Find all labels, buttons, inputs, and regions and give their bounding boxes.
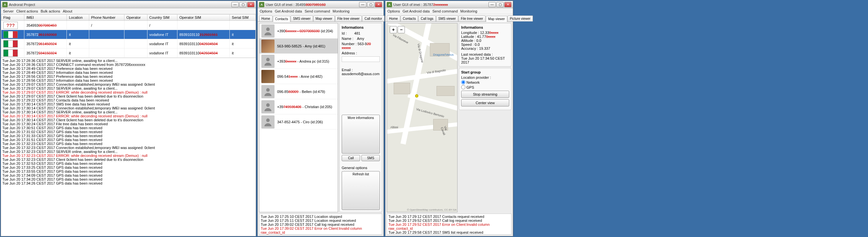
refresh-list-button[interactable]: Refresh list: [342, 171, 380, 210]
column-header[interactable]: Serial SIM: [230, 15, 256, 21]
log-line: Tue Jun 20 17:28:36 CEST 2017 SERVER onl…: [2, 59, 254, 63]
column-header[interactable]: IMEI: [24, 15, 67, 21]
menu-about[interactable]: About: [63, 9, 72, 13]
titlebar[interactable]: A Androrat Project — ▢ ✕: [1, 1, 256, 8]
tab-file-tree-viewer[interactable]: File tree viewer: [335, 16, 362, 21]
contact-label: +3906xxxxx - 0207006030 (id:204): [277, 29, 333, 33]
tab-sms-viewer[interactable]: SMS viewer: [436, 16, 458, 21]
log-line: Tue Jun 20 17:29:07 CEST 2017 Client 0cl…: [2, 94, 254, 98]
stop-streaming-button[interactable]: Stop streaming: [461, 90, 509, 98]
tab-contacts[interactable]: Contacts: [401, 16, 418, 21]
menu-options[interactable]: Options: [388, 9, 400, 13]
tab-home[interactable]: Home: [387, 16, 400, 21]
gps-radio[interactable]: GPS: [461, 85, 509, 89]
maximize-button[interactable]: ▢: [367, 2, 374, 7]
contact-item[interactable]: 096-541xxxx - Anne (id:482): [259, 69, 338, 84]
menu-server[interactable]: Server: [3, 9, 13, 13]
minimize-button[interactable]: —: [489, 2, 496, 7]
log-line: Tue Jun 20 17:30:51 CEST 2017 GPS data h…: [2, 126, 254, 130]
maximize-button[interactable]: ▢: [239, 2, 247, 7]
column-header[interactable]: Operator: [124, 15, 148, 21]
more-info-button[interactable]: More informations: [342, 115, 380, 154]
contact-item[interactable]: +3930xxxxx - Andrea pc (id:315): [259, 54, 338, 69]
table-row[interactable]: 357872061450924itvodafone IT893910311004…: [1, 39, 256, 49]
address-input[interactable]: [342, 56, 380, 62]
tab-row: HomeContactsCall logsSMS viewerFile tree…: [385, 14, 513, 22]
column-header[interactable]: Operator SIM: [178, 15, 230, 21]
tab-call-monitor[interactable]: Call monitor: [362, 16, 384, 21]
log-line: Tue Jun 20 17:32:23 CEST 2017 ERROR: whi…: [2, 154, 254, 158]
log-line: Tue Jun 20 17:34:26 CEST 2017 GPS data h…: [2, 181, 254, 185]
log-line: Tue Jun 20 17:29:58 CEST 2017 SMS list r…: [389, 230, 510, 234]
menu-monitoring[interactable]: Monitoring: [333, 9, 349, 13]
maximize-button[interactable]: ▢: [496, 2, 504, 7]
menu-client-actions[interactable]: Client actions: [16, 9, 38, 13]
zoom-in-button[interactable]: +: [390, 26, 397, 33]
column-header[interactable]: Phone Number: [89, 15, 124, 21]
tab-home[interactable]: Home: [259, 16, 273, 21]
table-row[interactable]: ???354993007080459//: [1, 21, 256, 30]
avatar: [261, 40, 275, 53]
contact-item[interactable]: 096-8560009 - Bellen (id:479): [259, 84, 338, 99]
titlebar[interactable]: A User GUI of imei : 354993007989160 — ▢…: [258, 1, 383, 8]
minimize-button[interactable]: —: [359, 2, 366, 7]
contact-item[interactable]: +39749936406 - Christian (id:205): [259, 99, 338, 114]
menu-options[interactable]: Options: [260, 9, 272, 13]
server-log[interactable]: Tue Jun 20 17:28:36 CEST 2017 SERVER onl…: [1, 58, 256, 236]
contacts-list[interactable]: +3906xxxxx - 0207006030 (id:204)563-980-…: [259, 23, 338, 212]
log-line: Tue Jun 20 17:32:53 CEST 2017 GPS data h…: [2, 161, 254, 165]
column-header[interactable]: Location: [67, 15, 89, 21]
svg-point-3: [266, 103, 270, 107]
tab-picture-viewer[interactable]: Picture viewer: [507, 16, 533, 21]
tab-call-logs[interactable]: Call logs: [418, 16, 435, 21]
titlebar[interactable]: A User GUI of imei : 357872xxxxxxx — ▢ ✕: [385, 1, 513, 8]
flag-icon: [3, 31, 18, 38]
log-line: Tue Jun 20 17:29:07 CEST 2017 Connection…: [2, 82, 254, 86]
tab-map-viewer[interactable]: Map viewer: [486, 16, 507, 22]
network-radio[interactable]: Network: [461, 80, 509, 84]
menu-get-android-data[interactable]: Get Android data: [275, 9, 302, 13]
flag-icon: [3, 49, 18, 57]
close-button[interactable]: ✕: [247, 2, 254, 7]
call-button[interactable]: Call: [342, 155, 360, 161]
log-line: Tue Jun 20 17:30:14 CEST 2017 ERROR: whi…: [2, 114, 254, 118]
log-line: Tue Jun 20 17:39:02 CEST 2017 Call log r…: [261, 222, 380, 227]
tab-sms-viewer[interactable]: SMS viewer: [291, 16, 313, 21]
avatar: [261, 100, 275, 113]
tab-contacts[interactable]: Contacts: [273, 16, 290, 22]
column-header[interactable]: Country SIM: [147, 15, 177, 21]
table-row[interactable]: 357872034150324itvodafone IT893910311004…: [1, 49, 256, 58]
log-line: Tue Jun 20 17:29:12 CEST 2017 Contacts r…: [389, 215, 510, 218]
menu-monitoring[interactable]: Monitoring: [461, 9, 477, 13]
map-side-pane: Informations Longitude : 12.339xxxx Lati…: [459, 23, 512, 212]
zoom-out-button[interactable]: −: [398, 26, 405, 33]
center-view-button[interactable]: Center view: [461, 99, 509, 106]
contact-label: +39749936406 - Christian (id:205): [277, 105, 332, 109]
menu-send-command[interactable]: Send command: [432, 9, 458, 13]
minimize-button[interactable]: —: [231, 2, 239, 7]
log-line: Tue Jun 20 17:34:09 CEST 2017 GPS data h…: [2, 174, 254, 177]
column-header[interactable]: Flag: [1, 15, 24, 21]
table-row[interactable]: 357872061150903itvodafone IT893910311021…: [1, 30, 256, 39]
log-line: Tue Jun 20 17:30:14 CEST 2017 SMS tree d…: [2, 102, 254, 106]
log-line: Tue Jun 20 17:29:22 CEST 2017 Contacts d…: [2, 98, 254, 102]
contact-item[interactable]: 563-980-58525 - Amy (id:481): [259, 38, 338, 54]
menu-send-command[interactable]: Send command: [305, 9, 330, 13]
menu-bulk-actions[interactable]: Bulk actions: [40, 9, 60, 13]
close-button[interactable]: ✕: [375, 2, 382, 7]
map-canvas[interactable]: Via Fiboneve Dragone/Venus Via di Dragon…: [387, 23, 458, 212]
main-window: A Androrat Project — ▢ ✕ Server Client a…: [1, 1, 256, 236]
svg-point-2: [266, 88, 270, 91]
contact-item[interactable]: +3906xxxxx - 0207006030 (id:204): [259, 23, 338, 38]
tab-file-tree-viewer[interactable]: File tree viewer: [459, 16, 486, 21]
client-log[interactable]: Tue Jun 20 17:25:10 CEST 2017 Location s…: [259, 214, 382, 235]
client-log[interactable]: Tue Jun 20 17:29:12 CEST 2017 Contacts r…: [387, 214, 512, 235]
menu-get-android-data[interactable]: Get Android data: [403, 9, 430, 13]
user-gui-window-2: A User GUI of imei : 357872xxxxxxx — ▢ ✕…: [385, 1, 513, 236]
sms-button[interactable]: SMS: [362, 155, 380, 161]
window-title: User GUI of imei : 354993007989160: [266, 3, 358, 7]
contact-item[interactable]: 347-852-4475 - Ciro (id:206): [259, 114, 338, 130]
flag-icon: ???: [3, 22, 18, 29]
close-button[interactable]: ✕: [504, 2, 512, 7]
tab-map-viewer[interactable]: Map viewer: [313, 16, 335, 21]
